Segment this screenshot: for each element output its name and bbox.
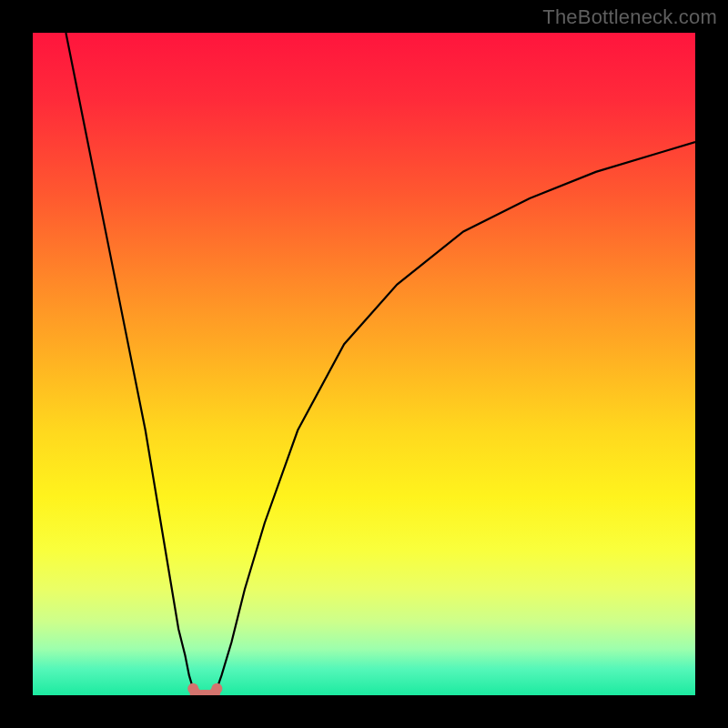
floor-dot xyxy=(211,683,222,694)
plot-area xyxy=(33,33,695,695)
floor-dots-group xyxy=(187,683,222,695)
curve-left-branch xyxy=(66,33,193,689)
watermark-text: TheBottleneck.com xyxy=(542,5,717,29)
bottleneck-curve xyxy=(33,33,695,695)
curve-right-branch xyxy=(217,142,695,689)
chart-frame: TheBottleneck.com xyxy=(0,0,728,728)
